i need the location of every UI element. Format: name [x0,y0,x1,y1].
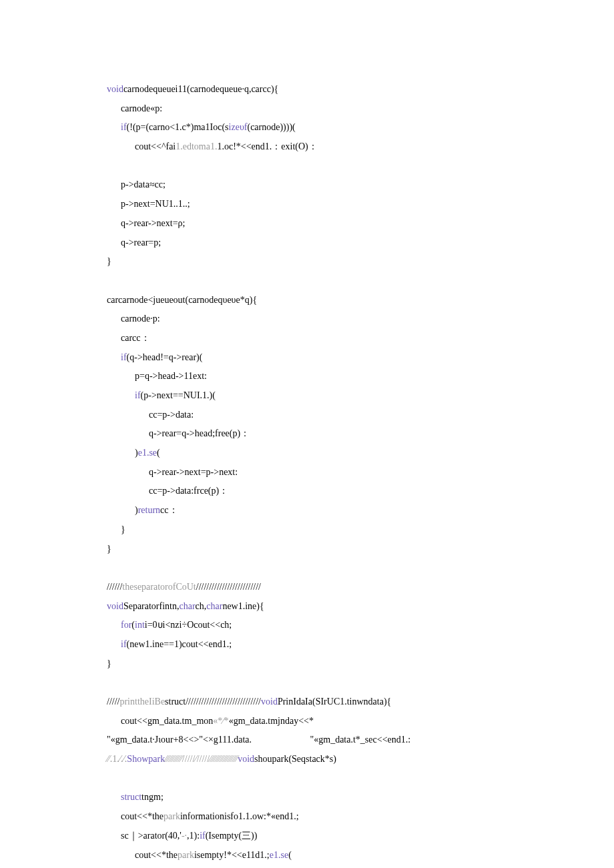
code-line: q->rear->next=p->next: [107,463,507,482]
code-line: cout<<*theparkinformationisfo1.1.ow:*«en… [107,807,507,827]
code-line: cout<<*positionnuᴜiberin1.ime*<<end1.:fo… [107,865,507,868]
code-line [107,769,507,789]
code-line: q->rear->next=ρ; [107,214,507,234]
code-line: q->rear=q->head;free(p)： [107,424,507,444]
code-line: if(p->next==NUI.1.)( [107,386,507,406]
code-line: //////theseparatorofCoUt////////////////… [107,578,507,597]
code-line: if(!(p=(carno<1.c*)ma1Ioc(sizeυf(carnode… [107,118,507,137]
code-line: } [107,520,507,540]
code-line: q->rear=p; [107,234,507,253]
code-line [107,673,507,693]
code-line: "«gm_data.t·Jιour+8<<>"<×g111.data. "«gm… [107,731,507,750]
code-line: ∕∕.1.∕.∕.Showpark∕∕∕∕∕∕∕∕∕∕∕/////∕/////∕… [107,750,507,769]
code-line [107,157,507,176]
code-line: p=q->head->11ext: [107,367,507,386]
code-block: voidcarnodequeuei11(carnodequeue·q,carcc… [107,80,507,868]
code-line: sc｜>arator(40,'-∙,1):if(Isempty(三)) [107,827,507,846]
code-line: voidSeparatorfintn,charch,charnew1.ine){ [107,597,507,616]
code-line: structtngm; [107,788,507,807]
code-line: cc=p->data: [107,406,507,425]
code-line: )e1.se( [107,444,507,463]
code-line: carnode·p: [107,310,507,329]
code-line: carnode«p: [107,99,507,119]
code-line: p->data≈cc; [107,175,507,195]
code-line: carcc： [107,329,507,348]
code-line: if(q->head!=q->rear)( [107,348,507,368]
code-line: voidcarnodequeuei11(carnodequeue·q,carcc… [107,80,507,99]
code-line: p->next=NU1..1..; [107,195,507,214]
code-line [107,558,507,578]
code-line: cout<<*theparkisempty!*<<e11d1.;e1.se( [107,846,507,865]
code-line: for(inti=0ᴜi<nzi÷Ocout<<ch; [107,616,507,635]
code-line: } [107,252,507,272]
code-line: if(new1.ine==1)cout<<end1.; [107,635,507,655]
code-line: )returncc： [107,501,507,520]
code-line [107,272,507,291]
code-line: /////printtheIiBestruct/////////////////… [107,693,507,712]
code-line: cc=p->data:frce(p)： [107,482,507,501]
code-line: } [107,655,507,674]
code-line: cout<<^fai1.edtoma1.1.oc!*<<end1.：exit(O… [107,137,507,157]
code-line: cout<<gm_data.tm_mon«*⁄*«gm_data.tmjnday… [107,712,507,731]
code-line: } [107,540,507,559]
code-line: carcarnode<jueueout(carnodeqυeυe*q){ [107,291,507,310]
